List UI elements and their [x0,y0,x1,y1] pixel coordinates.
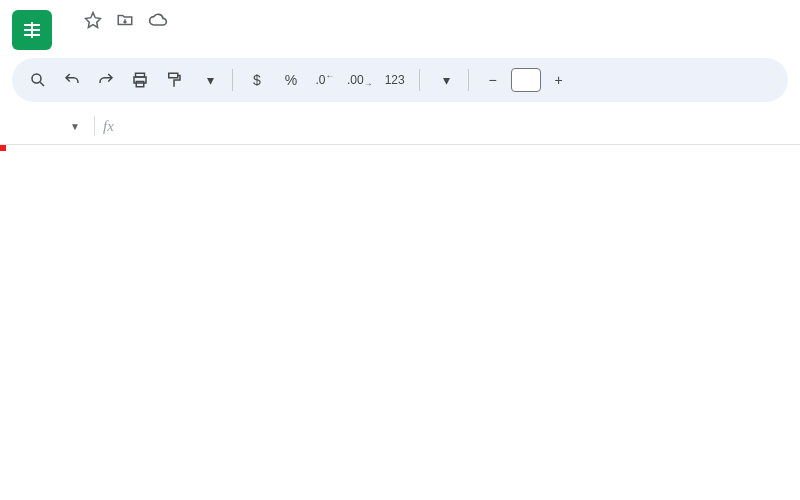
font-size-input[interactable] [511,68,541,92]
svg-rect-4 [31,22,33,38]
separator [94,116,95,136]
svg-point-5 [32,74,41,83]
more-formats-icon[interactable]: 123 [379,64,411,96]
doc-title[interactable] [62,18,70,22]
highlight-box [0,145,6,151]
name-box[interactable]: ▼ [6,114,86,138]
undo-icon[interactable] [56,64,88,96]
caret-down-icon: ▾ [207,72,214,88]
decrease-decimal-icon[interactable]: .0← [309,64,341,96]
currency-icon[interactable]: $ [241,64,273,96]
separator [232,69,233,91]
svg-rect-9 [169,73,178,78]
zoom-select[interactable]: ▾ [192,64,224,96]
font-select[interactable]: ▾ [428,64,460,96]
search-icon[interactable] [22,64,54,96]
decrease-font-size-button[interactable]: − [477,64,509,96]
formula-input[interactable] [114,114,800,138]
increase-font-size-button[interactable]: + [543,64,575,96]
sheets-logo[interactable] [12,10,52,50]
star-icon[interactable] [84,11,102,29]
caret-down-icon: ▼ [70,121,80,132]
paint-format-icon[interactable] [158,64,190,96]
move-icon[interactable] [116,11,134,29]
increase-decimal-icon[interactable]: .00→ [343,64,377,96]
toolbar: ▾ $ % .0← .00→ 123 ▾ − + [12,58,788,102]
percent-icon[interactable]: % [275,64,307,96]
print-icon[interactable] [124,64,156,96]
fx-icon: fx [103,118,114,135]
redo-icon[interactable] [90,64,122,96]
separator [419,69,420,91]
separator [468,69,469,91]
caret-down-icon: ▾ [443,72,450,88]
cloud-status-icon[interactable] [148,10,168,30]
